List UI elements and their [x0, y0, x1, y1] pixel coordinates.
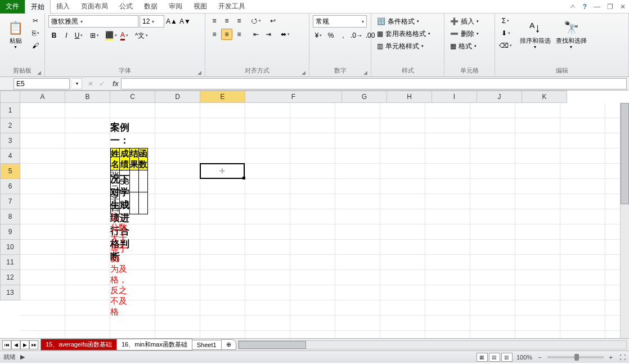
fullscreen-icon[interactable]: ⛶	[619, 354, 626, 361]
col-header-C[interactable]: C	[110, 91, 155, 103]
zoom-in-button[interactable]: +	[607, 354, 615, 361]
cell-result-1[interactable]	[129, 192, 138, 214]
cell-name-0[interactable]: 张三	[111, 170, 120, 192]
merge-center-button[interactable]: ⬌▾	[280, 29, 291, 40]
fill-color-button[interactable]: ⬛▾	[105, 30, 118, 41]
tab-insert[interactable]: 插入	[51, 0, 75, 14]
format-cells-button[interactable]: ▦格式▾	[448, 40, 479, 52]
sheet-tab-0[interactable]: 15、averageifs函数基础	[41, 339, 117, 350]
tab-nav-next-icon[interactable]: ▶	[20, 340, 29, 349]
align-right-button[interactable]: ≡	[233, 29, 245, 40]
font-name-combo[interactable]: 微软雅黑▾	[48, 15, 138, 28]
increase-font-button[interactable]: A▲	[165, 16, 178, 27]
percent-button[interactable]: %	[325, 30, 336, 41]
vscroll-thumb[interactable]	[621, 103, 629, 204]
phonetic-button[interactable]: ᴬ文▾	[134, 30, 149, 41]
conditional-format-button[interactable]: 🔢条件格式▾	[375, 15, 421, 28]
row-header-10[interactable]: 10	[0, 240, 20, 255]
row-header-11[interactable]: 11	[0, 255, 20, 270]
increase-decimal-button[interactable]: .0→	[350, 30, 363, 41]
align-left-button[interactable]: ≡	[209, 29, 220, 40]
cell-score-1[interactable]: 95	[120, 192, 130, 214]
clipboard-launcher-icon[interactable]: ◢	[37, 70, 41, 75]
fx-icon[interactable]: fx	[110, 80, 121, 88]
comma-button[interactable]: ,	[338, 30, 349, 41]
name-box[interactable]: E5	[14, 78, 70, 89]
col-header-K[interactable]: K	[522, 91, 567, 103]
col-header-F[interactable]: F	[245, 91, 342, 103]
col-header-H[interactable]: H	[387, 91, 432, 103]
normal-view-button[interactable]: ▦	[477, 353, 488, 362]
row-header-12[interactable]: 12	[0, 270, 20, 285]
col-header-I[interactable]: I	[432, 91, 477, 103]
row-header-6[interactable]: 6	[0, 179, 20, 194]
zoom-slider[interactable]	[547, 356, 604, 358]
tab-nav-first-icon[interactable]: ⏮	[2, 340, 11, 349]
tab-review[interactable]: 审阅	[163, 0, 188, 14]
bold-button[interactable]: B	[48, 30, 60, 41]
font-launcher-icon[interactable]: ◢	[197, 70, 201, 75]
decrease-indent-button[interactable]: ⇤	[250, 29, 262, 40]
vertical-scrollbar[interactable]	[620, 103, 629, 338]
help-icon[interactable]: ?	[579, 2, 590, 12]
format-as-table-button[interactable]: ▦套用表格格式▾	[375, 28, 433, 40]
zoom-thumb[interactable]	[574, 354, 579, 361]
tab-nav-prev-icon[interactable]: ◀	[11, 340, 20, 349]
row-header-9[interactable]: 9	[0, 224, 20, 240]
align-middle-button[interactable]: ≡	[221, 15, 232, 26]
tab-nav-last-icon[interactable]: ⏭	[29, 340, 38, 349]
formula-input[interactable]	[121, 78, 627, 89]
window-close-icon[interactable]: ✕	[617, 2, 629, 12]
decrease-font-button[interactable]: A▼	[179, 16, 191, 27]
col-header-E[interactable]: E	[200, 91, 245, 103]
zoom-out-button[interactable]: −	[536, 354, 543, 361]
currency-button[interactable]: ¥▾	[313, 30, 324, 41]
copy-button[interactable]: ⎘▾	[30, 28, 41, 39]
tab-page-layout[interactable]: 页面布局	[75, 0, 114, 14]
row-header-7[interactable]: 7	[0, 194, 20, 209]
row-header-4[interactable]: 4	[0, 149, 20, 164]
cell-styles-button[interactable]: ▥单元格样式▾	[375, 40, 426, 52]
row-header-5[interactable]: 5	[0, 164, 20, 179]
col-header-B[interactable]: B	[65, 91, 110, 103]
window-restore-icon[interactable]: ❐	[604, 2, 617, 12]
file-menu[interactable]: 文件	[0, 0, 25, 14]
number-format-combo[interactable]: 常规▾	[313, 15, 367, 28]
page-break-view-button[interactable]: ▥	[501, 353, 513, 362]
tab-developer[interactable]: 开发工具	[213, 0, 251, 14]
col-header-A[interactable]: A	[20, 91, 65, 103]
paste-button[interactable]: 📋 粘贴 ▼	[3, 15, 28, 55]
find-select-button[interactable]: 🔭 查找和选择 ▼	[554, 15, 588, 55]
minimize-ribbon-icon[interactable]: ㅅ	[566, 1, 579, 12]
horizontal-scrollbar[interactable]	[238, 340, 627, 349]
italic-button[interactable]: I	[61, 30, 72, 41]
select-all-corner[interactable]	[0, 91, 20, 103]
orientation-button[interactable]: ⭯▾	[250, 15, 262, 26]
cell-name-1[interactable]: 李四	[111, 192, 120, 214]
cell-func-1[interactable]	[138, 192, 147, 214]
new-sheet-button[interactable]: ⊕	[221, 339, 236, 350]
align-top-button[interactable]: ≡	[209, 15, 220, 26]
sheet-tab-1[interactable]: 16、min和max函数基础	[116, 339, 192, 350]
cut-button[interactable]: ✂	[30, 15, 41, 26]
clear-button[interactable]: ⌫▾	[498, 40, 513, 51]
row-header-13[interactable]: 13	[0, 285, 20, 300]
autosum-button[interactable]: Σ▾	[498, 15, 513, 26]
border-button[interactable]: ⊞▾	[89, 30, 100, 41]
macro-record-icon[interactable]: ▶	[20, 353, 25, 361]
col-header-J[interactable]: J	[477, 91, 522, 103]
window-minimize-icon[interactable]: —	[590, 2, 604, 12]
col-header-G[interactable]: G	[342, 91, 387, 103]
tab-view[interactable]: 视图	[188, 0, 213, 14]
cell-func-0[interactable]	[138, 170, 147, 192]
cell-result-0[interactable]	[129, 170, 138, 192]
underline-button[interactable]: U▾	[73, 30, 84, 41]
enter-icon[interactable]: ✓	[97, 80, 107, 88]
font-size-combo[interactable]: 12▾	[140, 15, 164, 28]
number-launcher-icon[interactable]: ◢	[363, 70, 367, 75]
sheet-tab-2[interactable]: Sheet1	[192, 340, 222, 350]
row-header-3[interactable]: 3	[0, 133, 20, 149]
tab-data[interactable]: 数据	[138, 0, 163, 14]
row-header-1[interactable]: 1	[0, 103, 20, 118]
delete-cells-button[interactable]: ➖删除▾	[448, 28, 481, 40]
